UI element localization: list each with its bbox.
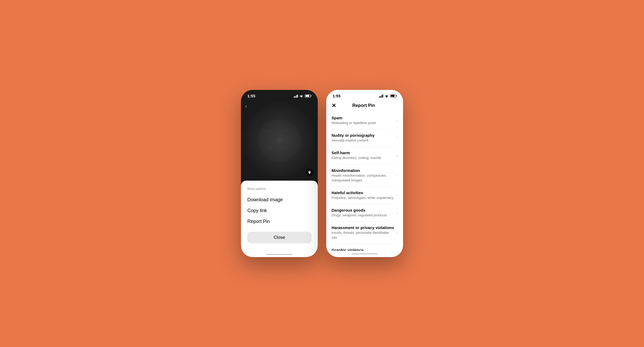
battery-icon-right (390, 94, 397, 98)
close-button-container: Close (247, 232, 311, 243)
report-item-spam-title: Spam (332, 116, 394, 120)
home-bar-right (351, 253, 378, 254)
report-item-spam[interactable]: Spam Misleading or repetitive posts › (332, 112, 398, 129)
content-area: ‹ (241, 100, 318, 181)
svg-point-5 (277, 138, 282, 143)
download-image-item[interactable]: Download image (247, 194, 311, 205)
report-item-misinfo-subtitle: Health misinformation, conspiracies, man… (332, 173, 394, 183)
report-item-misinfo[interactable]: Misinformation Health misinformation, co… (332, 165, 398, 187)
battery-icon-left (305, 94, 311, 98)
nav-arrow[interactable]: ‹ (245, 103, 247, 109)
report-item-self-harm[interactable]: Self-harm Eating disorders, cutting, sui… (332, 147, 398, 164)
report-item-spam-subtitle: Misleading or repetitive posts (332, 121, 394, 125)
chevron-icon-dangerous: › (396, 211, 398, 215)
report-pin-title: Report Pin (352, 103, 375, 108)
report-item-nudity[interactable]: Nudity or pornography Sexually explicit … (332, 129, 398, 147)
close-x-button[interactable]: ✕ (332, 102, 336, 109)
svg-point-6 (270, 130, 273, 133)
report-item-misinfo-title: Misinformation (332, 168, 394, 173)
svg-point-8 (269, 147, 272, 150)
report-item-nudity-text: Nudity or pornography Sexually explicit … (332, 133, 394, 143)
phone-left: 1:55 (241, 90, 318, 257)
report-item-self-harm-subtitle: Eating disorders, cutting, suicide (332, 156, 394, 160)
chevron-icon-spam: › (396, 118, 398, 123)
home-bar-left (266, 254, 293, 255)
report-item-harassment-subtitle: Insults, threats, personally identifiabl… (332, 230, 394, 240)
chevron-icon-self-harm: › (396, 153, 398, 158)
scene: 1:55 (230, 79, 414, 268)
sheet-label: More options (247, 187, 311, 191)
report-item-self-harm-title: Self-harm (332, 150, 394, 155)
report-item-dangerous-text: Dangerous goods Drugs, weapons, regulate… (332, 208, 394, 218)
signal-icon-left (294, 94, 298, 98)
report-item-hateful-subtitle: Prejudice, stereotypes, white supremacy (332, 195, 394, 200)
home-indicator-right (326, 251, 403, 257)
phone-right: 1:55 ✕ Report Pin (326, 90, 403, 257)
status-bar-right: 1:55 (326, 90, 403, 100)
status-bar-left: 1:55 (241, 90, 318, 100)
report-item-dangerous[interactable]: Dangerous goods Drugs, weapons, regulate… (332, 204, 398, 222)
report-item-nudity-subtitle: Sexually explicit content (332, 138, 394, 143)
report-item-misinfo-text: Misinformation Health misinformation, co… (332, 168, 394, 183)
report-item-hateful-text: Hateful activities Prejudice, stereotype… (332, 190, 394, 200)
report-item-nudity-title: Nudity or pornography (332, 133, 394, 138)
report-item-harassment[interactable]: Harassment or privacy violations Insults… (332, 222, 398, 244)
report-item-harassment-text: Harassment or privacy violations Insults… (332, 225, 394, 240)
wifi-icon-right (384, 94, 389, 98)
signal-icon-right (379, 94, 383, 98)
svg-point-9 (286, 147, 289, 150)
time-right: 1:55 (333, 94, 341, 98)
report-item-spam-text: Spam Misleading or repetitive posts (332, 116, 394, 125)
copy-link-item[interactable]: Copy link (247, 205, 311, 216)
pizza-image (253, 114, 306, 167)
report-item-graphic-violence[interactable]: Graphic violence Violent images or promo… (332, 244, 398, 251)
svg-point-7 (286, 130, 289, 133)
report-item-harassment-title: Harassment or privacy violations (332, 225, 394, 230)
report-item-dangerous-title: Dangerous goods (332, 208, 394, 212)
chevron-icon-misinfo: › (396, 173, 398, 177)
report-item-graphic-violence-text: Graphic violence Violent images or promo… (332, 248, 394, 251)
report-item-dangerous-subtitle: Drugs, weapons, regulated products (332, 213, 394, 218)
report-pin-header: ✕ Report Pin (326, 100, 403, 112)
report-item-graphic-violence-title: Graphic violence (332, 248, 394, 251)
report-pin-item[interactable]: Report Pin (247, 216, 311, 227)
report-item-hateful[interactable]: Hateful activities Prejudice, stereotype… (332, 187, 398, 204)
home-indicator-left (241, 252, 318, 257)
chevron-icon-harassment: › (396, 231, 398, 235)
report-item-hateful-title: Hateful activities (332, 190, 394, 195)
chevron-icon-nudity: › (396, 136, 398, 140)
status-icons-right (379, 94, 397, 98)
location-pin (306, 168, 314, 176)
close-button[interactable]: Close (247, 232, 311, 243)
bottom-sheet: More options Download image Copy link Re… (241, 181, 318, 252)
wifi-icon-left (299, 94, 303, 98)
location-icon (308, 171, 311, 174)
status-icons-left (294, 94, 312, 98)
chevron-icon-hateful: › (396, 193, 398, 198)
report-item-self-harm-text: Self-harm Eating disorders, cutting, sui… (332, 150, 394, 160)
dark-image (241, 100, 318, 181)
report-list: Spam Misleading or repetitive posts › Nu… (326, 112, 403, 251)
time-left: 1:55 (247, 94, 255, 98)
